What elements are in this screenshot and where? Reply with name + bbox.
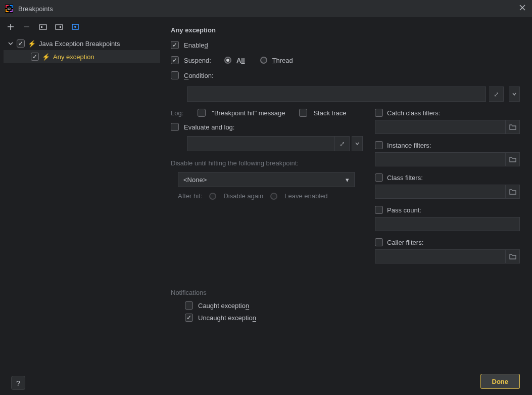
- class-filter-block: Class filters:: [375, 173, 520, 199]
- folder-icon: [509, 124, 516, 130]
- evaluate-input-row: ⤢: [187, 136, 363, 151]
- suspend-thread-label: Thread: [272, 57, 293, 64]
- class-filter-browse[interactable]: [506, 185, 520, 199]
- pass-count-input[interactable]: [375, 217, 520, 231]
- uncaught-label: Uncaught exception: [198, 314, 256, 322]
- remove-breakpoint-button[interactable]: [22, 22, 31, 31]
- log-row: Log: "Breakpoint hit" message Stack trac…: [171, 109, 363, 117]
- child-checkbox[interactable]: [31, 53, 39, 61]
- log-column: Log: "Breakpoint hit" message Stack trac…: [171, 109, 363, 271]
- caught-label: Caught exception: [198, 302, 249, 310]
- caught-row: Caught exception: [185, 301, 520, 310]
- breakpoints-tree[interactable]: ⚡ Java Exception Breakpoints ⚡ Any excep…: [3, 35, 161, 371]
- app-icon: IJ: [5, 5, 13, 13]
- expand-icon[interactable]: ⤢: [337, 140, 347, 148]
- evaluate-checkbox[interactable]: [171, 123, 179, 131]
- suspend-checkbox[interactable]: [171, 56, 179, 64]
- group-by-class-button[interactable]: [71, 22, 80, 31]
- evaluate-dropdown[interactable]: [352, 136, 363, 151]
- class-filter-input[interactable]: [375, 185, 506, 199]
- add-breakpoint-button[interactable]: [6, 22, 15, 31]
- done-button[interactable]: Done: [480, 374, 520, 389]
- catch-filter-label: Catch class filters:: [387, 109, 440, 117]
- log-stack-checkbox[interactable]: [299, 109, 307, 117]
- after-hit-leave-radio[interactable]: [270, 193, 277, 200]
- group-by-file-button[interactable]: [55, 22, 64, 31]
- left-panel: ⚡ Java Exception Breakpoints ⚡ Any excep…: [0, 17, 162, 395]
- instance-filter-checkbox[interactable]: [375, 141, 383, 149]
- enabled-label: Enabled: [184, 41, 208, 49]
- catch-filter-checkbox[interactable]: [375, 109, 383, 117]
- tree-child-label: Any exception: [53, 53, 94, 61]
- group-by-package-button[interactable]: [38, 22, 47, 31]
- close-icon: [519, 4, 526, 11]
- catch-filter-browse[interactable]: [506, 120, 520, 134]
- folder-icon: [509, 253, 516, 259]
- middle-columns: Log: "Breakpoint hit" message Stack trac…: [171, 109, 520, 271]
- log-bphit-checkbox[interactable]: [198, 109, 206, 117]
- instance-filter-label: Instance filters:: [387, 142, 431, 149]
- evaluate-row: Evaluate and log:: [171, 123, 363, 131]
- caught-checkbox[interactable]: [185, 301, 193, 310]
- pass-count-block: Pass count:: [375, 206, 520, 231]
- notifications-header: Notifications: [171, 289, 520, 296]
- svg-rect-12: [39, 25, 46, 29]
- catch-filter-block: Catch class filters:: [375, 109, 520, 134]
- caller-filter-label: Caller filters:: [387, 239, 423, 246]
- class-filter-checkbox[interactable]: [375, 173, 383, 182]
- caller-filter-input[interactable]: [375, 249, 506, 264]
- suspend-thread-radio[interactable]: [260, 57, 267, 64]
- enabled-row: Enabled: [171, 41, 520, 49]
- expand-icon[interactable]: ⤢: [491, 91, 501, 98]
- instance-filter-browse[interactable]: [506, 152, 520, 166]
- evaluate-input[interactable]: [187, 136, 335, 151]
- chevron-down-icon: [355, 142, 359, 146]
- svg-rect-15: [60, 26, 61, 28]
- uncaught-checkbox[interactable]: [185, 314, 193, 322]
- svg-rect-14: [56, 25, 63, 29]
- condition-input[interactable]: [187, 86, 486, 102]
- tree-root-row[interactable]: ⚡ Java Exception Breakpoints: [4, 37, 160, 50]
- footer: Done: [480, 374, 520, 389]
- caller-filter-browse[interactable]: [506, 249, 520, 264]
- suspend-all-radio[interactable]: [224, 57, 231, 64]
- after-hit-leave-label: Leave enabled: [284, 192, 327, 200]
- svg-text:IJ: IJ: [8, 7, 11, 11]
- minus-icon: [23, 23, 30, 30]
- target-icon: [71, 23, 79, 30]
- disable-until-value: <None>: [183, 176, 207, 184]
- enabled-checkbox[interactable]: [171, 41, 179, 49]
- chevron-down-icon: [8, 40, 14, 47]
- catch-filter-input[interactable]: [375, 120, 506, 134]
- svg-rect-13: [41, 26, 42, 28]
- condition-dropdown[interactable]: [509, 86, 520, 102]
- after-hit-disable-radio[interactable]: [209, 193, 216, 200]
- svg-point-17: [74, 26, 76, 28]
- suspend-all-label: All: [236, 57, 245, 64]
- folder-icon: [509, 156, 516, 162]
- tree-child-row[interactable]: ⚡ Any exception: [4, 50, 160, 63]
- help-button[interactable]: ?: [11, 376, 25, 390]
- plus-icon: [7, 23, 14, 30]
- suspend-row: Suspend: All Thread: [171, 56, 520, 64]
- condition-checkbox[interactable]: [171, 71, 179, 79]
- pass-count-checkbox[interactable]: [375, 206, 383, 214]
- exception-icon: ⚡: [28, 40, 36, 48]
- condition-label: Condition:: [184, 72, 214, 79]
- pass-count-label: Pass count:: [387, 206, 421, 214]
- log-bphit-label: "Breakpoint hit" message: [212, 109, 285, 117]
- disable-until-select[interactable]: <None> ▾: [178, 172, 355, 187]
- after-hit-label: After hit:: [178, 192, 202, 200]
- instance-filter-input[interactable]: [375, 152, 506, 166]
- caller-filter-checkbox[interactable]: [375, 238, 383, 246]
- close-button[interactable]: [519, 4, 526, 13]
- disable-until-label: Disable until hitting the following brea…: [171, 159, 363, 167]
- root-checkbox[interactable]: [17, 39, 25, 48]
- after-hit-row: After hit: Disable again Leave enabled: [178, 192, 363, 200]
- folder-icon: [509, 189, 516, 195]
- breakpoint-title: Any exception: [171, 26, 520, 34]
- window-title: Breakpoints: [18, 5, 53, 13]
- evaluate-label: Evaluate and log:: [184, 123, 234, 131]
- group-icon-2: [55, 23, 63, 30]
- right-panel: Any exception Enabled Suspend: All Threa…: [162, 17, 532, 395]
